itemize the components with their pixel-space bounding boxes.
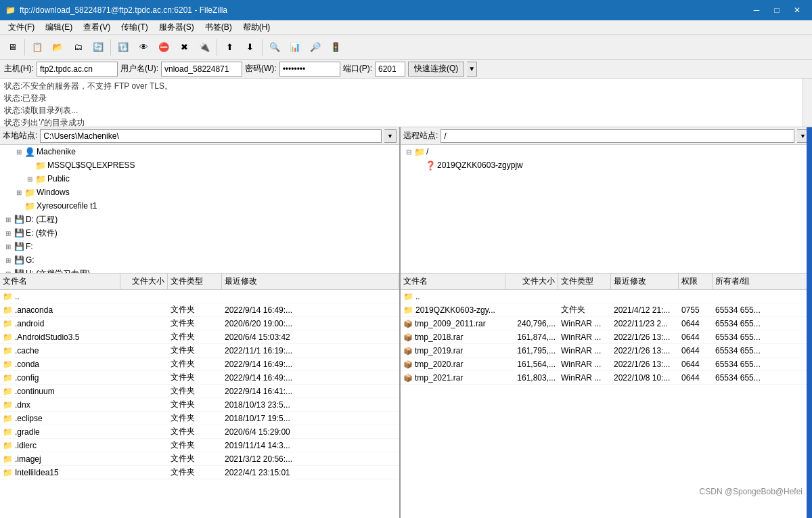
local-tree[interactable]: ⊞ 👤 Machenike 📁 MSSQL$SQLEXPRESS ⊞ 📁 Pub… xyxy=(0,145,399,274)
list-item[interactable]: 📁.cache文件夹2022/11/1 16:19:... xyxy=(0,344,399,358)
list-item[interactable]: 📁.. xyxy=(401,290,812,303)
list-item[interactable]: 📁.AndroidStudio3.5文件夹2020/6/4 15:03:42 xyxy=(0,330,399,344)
toolbar-refresh[interactable]: 🔃 xyxy=(114,38,133,57)
toolbar-cancel[interactable]: ⛔ xyxy=(154,38,173,57)
list-item[interactable]: 📁.config文件夹2022/9/14 16:49:... xyxy=(0,371,399,385)
toolbar-download[interactable]: ⬇ xyxy=(240,38,259,57)
file-perm-cell: 0644 xyxy=(679,332,713,342)
toolbar-disconnect[interactable]: ✖ xyxy=(175,38,194,57)
port-input[interactable] xyxy=(375,62,405,77)
list-item[interactable]: 📁IntelliIdea15文件夹2022/4/1 23:15:01 xyxy=(0,466,399,479)
tree-item[interactable]: 📁 Xyresourcefile t1 xyxy=(0,199,399,213)
menu-item[interactable]: 书签(B) xyxy=(200,20,238,35)
col-filesize[interactable]: 文件大小 xyxy=(505,274,558,289)
list-item[interactable]: 📁.eclipse文件夹2018/10/17 19:5... xyxy=(0,412,399,425)
tree-item[interactable]: ⊞ 💾 E: (软件) xyxy=(0,226,399,240)
col-filetype[interactable]: 文件类型 xyxy=(558,274,611,289)
status-line-4: 状态:列出'/'的目录成功 xyxy=(4,116,808,127)
file-type-cell: 文件夹 xyxy=(558,304,611,316)
list-item[interactable]: 📁.imagej文件夹2021/3/12 20:56:... xyxy=(0,452,399,466)
list-item[interactable]: 📁.android文件夹2020/6/20 19:00:... xyxy=(0,317,399,330)
toolbar-open-site-manager[interactable]: 📋 xyxy=(28,38,47,57)
expand-icon[interactable]: ⊞ xyxy=(3,268,14,274)
host-input[interactable] xyxy=(37,62,118,77)
toolbar-toggle-hidden[interactable]: 👁 xyxy=(134,38,153,57)
connect-dropdown-button[interactable]: ▼ xyxy=(467,62,477,77)
tree-item[interactable]: 📁 MSSQL$SQLEXPRESS xyxy=(0,158,399,172)
local-path-dropdown[interactable]: ▼ xyxy=(384,129,397,143)
maximize-button[interactable]: □ xyxy=(767,3,786,18)
pass-input[interactable] xyxy=(279,62,340,77)
list-item[interactable]: 📦tmp_2019.rar161,795,...WinRAR ...2022/1… xyxy=(401,344,812,358)
close-button[interactable]: ✕ xyxy=(788,3,807,18)
expand-icon[interactable]: ⊟ xyxy=(403,146,414,157)
toolbar-sync-browse[interactable]: 🔄 xyxy=(89,38,108,57)
toolbar-dir-compare[interactable]: 📊 xyxy=(286,38,304,57)
toolbar-new-connection[interactable]: 🖥 xyxy=(3,38,22,57)
remote-tree[interactable]: ⊟ 📁 / ❓ 2019QZKK0603-zgypjw xyxy=(401,145,812,274)
toolbar-tab-icons[interactable]: 🗂 xyxy=(68,38,87,57)
list-item[interactable]: 📦tmp_2021.rar161,803,...WinRAR ...2022/1… xyxy=(401,371,812,385)
toolbar-speed-guide[interactable]: 🚦 xyxy=(326,38,345,57)
toolbar-remote-files[interactable]: 📂 xyxy=(48,38,67,57)
expand-icon[interactable]: ⊞ xyxy=(14,146,24,157)
remote-path-input[interactable] xyxy=(441,129,794,143)
col-perm[interactable]: 权限 xyxy=(679,274,713,289)
tree-item[interactable]: ⊞ 📁 Windows xyxy=(0,186,399,199)
expand-icon[interactable]: ⊞ xyxy=(24,173,35,184)
file-name-cell: 📦tmp_2021.rar xyxy=(401,373,505,383)
user-input[interactable] xyxy=(161,62,242,77)
menu-item[interactable]: 服务器(S) xyxy=(154,20,200,35)
toolbar-network[interactable]: 🔎 xyxy=(306,38,325,57)
expand-icon[interactable]: ⊞ xyxy=(3,214,14,225)
tree-item[interactable]: ⊞ 💾 G: xyxy=(0,253,399,267)
menu-item[interactable]: 帮助(H) xyxy=(238,20,276,35)
col-owner[interactable]: 所有者/组 xyxy=(713,274,812,289)
list-item[interactable]: 📁2019QZKK0603-zgy...文件夹2021/4/12 21:...0… xyxy=(401,303,812,317)
toolbar-upload[interactable]: ⬆ xyxy=(220,38,239,57)
list-item[interactable]: 📁.dnx文件夹2018/10/13 23:5... xyxy=(0,398,399,412)
list-item[interactable]: 📁.gradle文件夹2020/6/4 15:29:00 xyxy=(0,425,399,439)
file-name-cell: 📁.AndroidStudio3.5 xyxy=(0,332,120,342)
tree-item[interactable]: ⊞ 👤 Machenike xyxy=(0,145,399,158)
list-item[interactable]: 📁.idlerc文件夹2019/11/14 14:3... xyxy=(0,439,399,452)
toolbar-reconnect[interactable]: 🔌 xyxy=(195,38,214,57)
list-item[interactable]: 📦tmp_2018.rar161,874,...WinRAR ...2022/1… xyxy=(401,330,812,344)
menu-item[interactable]: 查看(V) xyxy=(78,20,116,35)
expand-icon[interactable]: ⊞ xyxy=(3,228,14,238)
status-scrollbar[interactable] xyxy=(803,79,812,127)
list-item[interactable]: 📁.. xyxy=(0,290,399,303)
col-filetype[interactable]: 文件类型 xyxy=(168,274,222,289)
tree-item[interactable]: ⊞ 💾 F: xyxy=(0,240,399,253)
col-modified[interactable]: 最近修改 xyxy=(611,274,679,289)
list-item[interactable]: 📦tmp_2009_2011.rar240,796,...WinRAR ...2… xyxy=(401,317,812,330)
list-item[interactable]: 📁.conda文件夹2022/9/14 16:49:... xyxy=(0,358,399,371)
list-item[interactable]: 📁.anaconda文件夹2022/9/14 16:49:... xyxy=(0,303,399,317)
col-filesize[interactable]: 文件大小 xyxy=(120,274,168,289)
tree-label: D: (工程) xyxy=(26,214,58,225)
col-modified[interactable]: 最近修改 xyxy=(222,274,399,289)
expand-icon[interactable]: ⊞ xyxy=(3,241,14,252)
col-filename[interactable]: 文件名 xyxy=(0,274,120,289)
expand-icon[interactable]: ⊞ xyxy=(3,255,14,265)
menu-item[interactable]: 编辑(E) xyxy=(40,20,78,35)
expand-icon[interactable]: ⊞ xyxy=(14,187,24,198)
file-name-text: .AndroidStudio3.5 xyxy=(15,332,79,342)
rar-icon: 📦 xyxy=(403,360,413,368)
file-modified-cell: 2018/10/17 19:5... xyxy=(222,414,399,423)
list-item[interactable]: 📦tmp_2020.rar161,564,...WinRAR ...2022/1… xyxy=(401,358,812,371)
minimize-button[interactable]: ─ xyxy=(747,3,766,18)
tree-item[interactable]: ❓ 2019QZKK0603-zgypjw xyxy=(401,158,812,172)
tree-item[interactable]: ⊟ 📁 / xyxy=(401,145,812,158)
toolbar-search[interactable]: 🔍 xyxy=(265,38,284,57)
list-item[interactable]: 📁.continuum文件夹2022/9/14 16:41:... xyxy=(0,385,399,398)
tree-item[interactable]: ⊞ 📁 Public xyxy=(0,172,399,186)
connect-button[interactable]: 快速连接(Q) xyxy=(408,62,464,77)
tree-item[interactable]: ⊞ 💾 H: (文档学习专用) xyxy=(0,267,399,274)
menu-item[interactable]: 文件(F) xyxy=(3,20,40,35)
local-path-input[interactable] xyxy=(40,129,382,143)
folder-icon: 📁 xyxy=(3,454,13,464)
menu-item[interactable]: 传输(T) xyxy=(116,20,153,35)
col-filename[interactable]: 文件名 xyxy=(401,274,505,289)
tree-item[interactable]: ⊞ 💾 D: (工程) xyxy=(0,213,399,226)
